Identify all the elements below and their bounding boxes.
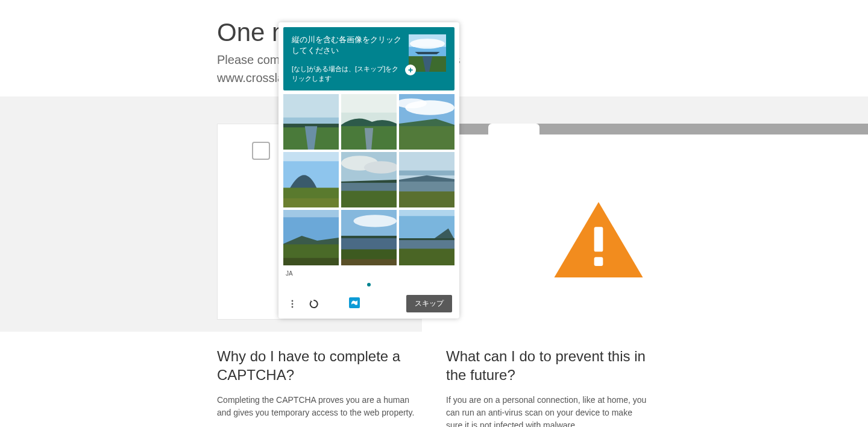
tile-6[interactable] xyxy=(283,210,339,265)
more-options-icon[interactable] xyxy=(286,297,299,311)
challenge-header-text: 縦の川を含む各画像をクリックしてください [なし]がある場合は、[スキップ]をク… xyxy=(292,34,403,83)
faq-left: Why do I have to complete a CAPTCHA? Com… xyxy=(217,347,422,427)
faq-text-right: If you are on a personal connection, lik… xyxy=(446,394,651,427)
captcha-checkbox[interactable] xyxy=(252,142,270,160)
browser-tab xyxy=(488,124,539,134)
refresh-icon[interactable] xyxy=(307,297,321,311)
pagination-dot xyxy=(367,283,371,286)
svg-point-49 xyxy=(292,303,294,305)
svg-rect-1 xyxy=(594,257,603,266)
hcaptcha-logo-icon xyxy=(348,296,361,312)
captcha-challenge-popup: 縦の川を含む各画像をクリックしてください [なし]がある場合は、[スキップ]をク… xyxy=(278,22,459,318)
svg-rect-13 xyxy=(341,94,397,113)
svg-point-50 xyxy=(292,306,294,308)
faq-section: Why do I have to complete a CAPTCHA? Com… xyxy=(217,347,651,427)
warning-icon xyxy=(553,202,644,280)
svg-rect-36 xyxy=(283,258,339,265)
tile-1[interactable] xyxy=(341,94,397,150)
svg-rect-46 xyxy=(399,240,454,250)
svg-rect-23 xyxy=(283,198,339,207)
browser-chrome-bar xyxy=(422,124,868,134)
svg-rect-44 xyxy=(399,210,454,216)
plus-icon: + xyxy=(405,65,416,75)
browser-mockup xyxy=(422,124,868,332)
svg-rect-19 xyxy=(399,126,454,150)
tile-0[interactable] xyxy=(283,94,339,150)
svg-rect-40 xyxy=(341,238,397,250)
svg-rect-28 xyxy=(341,191,397,208)
svg-rect-31 xyxy=(399,182,454,192)
tile-3[interactable] xyxy=(283,152,339,207)
challenge-example-image: + xyxy=(409,34,446,72)
svg-rect-30 xyxy=(399,171,454,176)
skip-button[interactable]: スキップ xyxy=(406,295,452,312)
svg-rect-27 xyxy=(341,183,397,192)
svg-rect-21 xyxy=(283,152,339,161)
challenge-grid xyxy=(283,94,454,265)
tile-5[interactable] xyxy=(399,152,454,207)
svg-rect-42 xyxy=(341,259,397,265)
tile-7[interactable] xyxy=(341,210,397,265)
challenge-language[interactable]: JA xyxy=(283,265,454,277)
svg-rect-8 xyxy=(283,94,339,118)
svg-point-4 xyxy=(410,39,445,49)
challenge-footer: スキップ xyxy=(283,290,454,314)
svg-rect-0 xyxy=(594,227,603,251)
challenge-pagination xyxy=(283,277,454,290)
faq-text-left: Completing the CAPTCHA proves you are a … xyxy=(217,394,422,419)
svg-point-48 xyxy=(292,300,294,302)
svg-rect-34 xyxy=(283,210,339,217)
tile-2[interactable] xyxy=(399,94,454,150)
tile-8[interactable] xyxy=(399,210,454,265)
faq-heading-right: What can I do to prevent this in the fut… xyxy=(446,347,651,384)
faq-heading-left: Why do I have to complete a CAPTCHA? xyxy=(217,347,422,384)
challenge-instruction: 縦の川を含む各画像をクリックしてください xyxy=(292,34,403,56)
challenge-header: 縦の川を含む各画像をクリックしてください [なし]がある場合は、[スキップ]をク… xyxy=(283,27,454,90)
svg-rect-47 xyxy=(399,249,454,266)
tile-4[interactable] xyxy=(341,152,397,207)
challenge-sub-instruction: [なし]がある場合は、[スキップ]をクリックします xyxy=(292,65,403,83)
svg-rect-32 xyxy=(399,192,454,208)
faq-right: What can I do to prevent this in the fut… xyxy=(446,347,651,427)
svg-point-38 xyxy=(353,215,397,227)
